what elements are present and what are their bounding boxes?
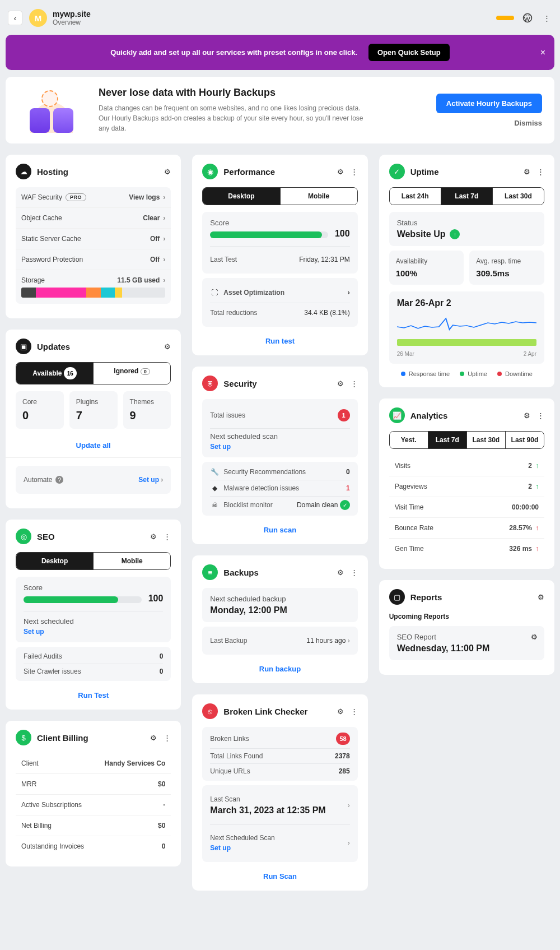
tab-30d[interactable]: Last 30d [466,432,505,448]
seo-setup-link[interactable]: Set up [24,628,163,636]
activate-hourly-backups-button[interactable]: Activate Hourly Backups [436,94,542,113]
gear-icon[interactable]: ⚙ [337,379,344,388]
uptime-legend: Response time Uptime Downtime [389,370,544,377]
more-icon[interactable]: ⋮ [351,168,358,176]
reports-icon: ▢ [389,589,405,605]
more-icon[interactable]: ⋮ [537,168,544,176]
gear-icon[interactable]: ⚙ [524,411,530,420]
analytics-title: Analytics [410,411,448,420]
run-backup-link[interactable]: Run backup [202,659,357,673]
blc-setup-link[interactable]: Set up [210,844,349,852]
gear-icon[interactable]: ⚙ [150,734,157,742]
help-icon[interactable]: ? [55,476,63,484]
banner-close-icon[interactable]: × [540,48,545,58]
updates-card: ▣ Updates ⚙ Available 16 Ignored 0 Core0… [6,330,181,508]
security-icon: ⛨ [202,376,218,391]
tab-mobile[interactable]: Mobile [280,188,357,205]
themes-stat: Themes9 [123,391,171,429]
up-arrow-icon: ↑ [535,545,539,553]
up-arrow-icon: ↑ [450,229,460,239]
gear-icon[interactable]: ⚙ [164,342,171,351]
gear-icon[interactable]: ⚙ [337,707,344,716]
promo-title: Never lose data with Hourly Backups [99,87,436,99]
hosting-card: ☁ Hosting ⚙ WAF Security PRO View logs ›… [6,155,181,318]
wrench-icon: 🔧 [210,467,219,476]
tab-yesterday[interactable]: Yest. [390,432,428,448]
tab-7d[interactable]: Last 7d [441,188,492,205]
seo-icon: ◎ [16,529,31,544]
more-icon[interactable]: ⋮ [537,411,544,420]
waf-row[interactable]: WAF Security PRO View logs › [16,187,171,208]
blc-icon: ⎋ [202,703,218,719]
tab-24h[interactable]: Last 24h [390,188,441,205]
tab-desktop[interactable]: Desktop [203,188,279,205]
more-icon[interactable]: ⋮ [164,734,171,742]
password-protection-row[interactable]: Password Protection Off › [16,249,171,270]
updates-title: Updates [37,342,70,351]
more-icon[interactable]: ⋮ [351,379,358,388]
gear-icon[interactable]: ⚙ [164,168,171,176]
tab-desktop[interactable]: Desktop [16,553,93,569]
updates-icon: ▣ [16,339,31,354]
site-avatar: M [29,9,47,27]
gear-icon[interactable]: ⚙ [150,532,157,541]
perf-score: 100 [335,229,350,239]
last-backup-row[interactable]: Last Backup11 hours ago › [210,633,349,648]
gear-icon[interactable]: ⚙ [337,568,344,577]
seo-title: SEO [37,532,55,541]
open-quick-setup-button[interactable]: Open Quick Setup [368,44,450,61]
gear-icon[interactable]: ⚙ [531,633,538,641]
more-icon[interactable]: ⋮ [351,707,358,716]
perf-run-test-link[interactable]: Run test [202,331,357,345]
more-icon[interactable]: ⋮ [164,532,171,541]
pro-badge: PRO [66,193,86,201]
next-scan-row[interactable]: Next Scheduled Scan Set up › [210,831,349,855]
security-setup-link[interactable]: Set up [210,443,349,451]
blocklist-icon: ☠ [210,501,219,509]
status-indicator [496,16,514,20]
seo-run-test-link[interactable]: Run Test [16,685,171,699]
storage-row[interactable]: Storage 11.5 GB used › [16,270,171,304]
security-issues-count: 1 [338,409,350,421]
storage-bar [21,288,165,298]
wordpress-icon[interactable] [522,12,533,24]
automate-setup-link[interactable]: Set up [138,476,159,484]
plugins-stat: Plugins7 [69,391,118,429]
tab-7d[interactable]: Last 7d [428,432,466,448]
uptime-status: Website Up [397,229,446,239]
security-card: ⛨ Security ⚙⋮ Total issues1 Next schedul… [192,367,367,544]
asset-optimization-row[interactable]: ⛶ Asset Optimization › [210,285,349,300]
more-icon[interactable]: ⋮ [351,568,358,577]
security-run-scan-link[interactable]: Run scan [202,520,357,534]
uptime-chart [397,313,536,346]
back-button[interactable]: ‹ [8,11,22,25]
site-chip[interactable]: M mywp.site Overview [29,9,91,27]
report-item[interactable]: SEO Report Wednesday, 11:00 PM ⚙ [389,626,544,660]
broken-link-checker-card: ⎋ Broken Link Checker ⚙⋮ Broken Links58 … [192,694,367,891]
promo-description: Data changes can be frequent on some web… [99,103,367,133]
tab-ignored[interactable]: Ignored 0 [93,363,170,384]
reports-title: Reports [410,592,442,602]
performance-icon: ◉ [202,164,218,179]
more-menu-icon[interactable]: ⋮ [541,12,552,24]
tab-mobile[interactable]: Mobile [93,553,170,569]
last-scan-row[interactable]: Last Scan March 31, 2023 at 12:35 PM › [210,792,349,819]
update-all-link[interactable]: Update all [16,435,171,449]
site-name: mywp.site [53,10,91,18]
gear-icon[interactable]: ⚙ [538,593,544,601]
tab-available[interactable]: Available 16 [16,363,93,384]
updates-tabs: Available 16 Ignored 0 [16,362,171,384]
uptime-range: Mar 26-Apr 2 [397,298,536,308]
gear-icon[interactable]: ⚙ [337,168,344,176]
dismiss-promo-button[interactable]: Dismiss [514,119,542,127]
gear-icon[interactable]: ⚙ [524,168,530,176]
blc-run-scan-link[interactable]: Run Scan [202,866,357,881]
backups-card: ≡ Backups ⚙⋮ Next scheduled backup Monda… [192,555,367,683]
tab-90d[interactable]: Last 90d [505,432,544,448]
tab-30d[interactable]: Last 30d [492,188,544,205]
object-cache-row[interactable]: Object Cache Clear › [16,208,171,229]
performance-title: Performance [223,167,275,177]
check-icon: ✓ [340,500,350,510]
automate-label: Automate [24,476,52,484]
static-cache-row[interactable]: Static Server Cache Off › [16,229,171,249]
